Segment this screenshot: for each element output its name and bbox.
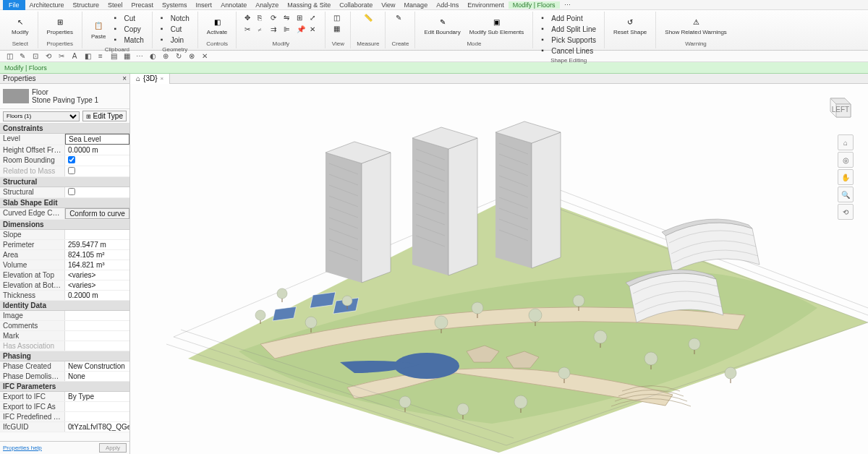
props-value[interactable]: Sea Level: [65, 134, 129, 145]
props-section-slab-shape-edit[interactable]: Slab Shape Edit: [0, 198, 129, 208]
cut-geo-button[interactable]: ▪Cut: [158, 24, 192, 34]
paste-tool[interactable]: 📋Paste: [88, 17, 109, 41]
qat-btn[interactable]: ◐: [148, 51, 158, 61]
menu-steel[interactable]: Steel: [103, 1, 127, 9]
qat-btn[interactable]: ▤: [109, 51, 119, 61]
qat-btn[interactable]: ✂: [56, 51, 67, 61]
menu-insert[interactable]: Insert: [192, 1, 217, 9]
props-value[interactable]: [65, 321, 129, 330]
scale-button[interactable]: ⤢: [307, 13, 319, 23]
props-value[interactable]: 824.105 m²: [65, 250, 129, 260]
props-value[interactable]: [65, 412, 129, 421]
props-value[interactable]: [65, 166, 129, 176]
menu-architecture[interactable]: Architecture: [25, 1, 69, 9]
props-value[interactable]: [65, 230, 129, 239]
props-checkbox[interactable]: [68, 188, 75, 195]
cancel-lines-button[interactable]: ▪Cancel Lines: [539, 46, 598, 56]
view2-button[interactable]: ▦: [331, 24, 344, 34]
viewport-3d[interactable]: LEFT ⌂ ◎ ✋ 🔍 ⟲: [130, 84, 868, 454]
instance-selector[interactable]: Floors (1): [3, 111, 80, 121]
menu-more[interactable]: ⋯: [560, 1, 575, 9]
qat-btn[interactable]: ↻: [174, 51, 184, 61]
nav-home-icon[interactable]: ⌂: [838, 134, 854, 150]
props-value[interactable]: [65, 311, 129, 320]
notch-button[interactable]: ▪Notch: [158, 13, 192, 23]
props-section-constraints[interactable]: Constraints: [0, 124, 129, 134]
qat-btn[interactable]: ⋯: [135, 51, 145, 61]
props-value[interactable]: New Construction: [65, 361, 129, 371]
props-value[interactable]: [65, 402, 129, 411]
menu-systems[interactable]: Systems: [158, 1, 192, 9]
qat-btn[interactable]: ⊡: [30, 51, 41, 61]
create-button[interactable]: ✎: [393, 13, 407, 23]
qat-btn[interactable]: ▦: [122, 51, 132, 61]
menu-manage[interactable]: Manage: [400, 1, 433, 9]
properties-help-link[interactable]: Properties help: [3, 445, 42, 451]
nav-orbit-icon[interactable]: ⟲: [838, 204, 854, 220]
add-point-button[interactable]: ▪Add Point: [539, 13, 598, 23]
menu-file[interactable]: File: [3, 0, 25, 10]
props-value[interactable]: By Type: [65, 392, 129, 401]
props-section-structural[interactable]: Structural: [0, 177, 129, 187]
props-value[interactable]: [65, 331, 129, 340]
pin-button[interactable]: 📌: [294, 25, 306, 35]
props-checkbox[interactable]: [68, 156, 75, 163]
props-value[interactable]: [65, 155, 129, 166]
menu-collaborate[interactable]: Collaborate: [335, 1, 377, 9]
cut-button[interactable]: ▪Cut: [112, 13, 146, 23]
menu-modify-floors[interactable]: Modify | Floors: [509, 1, 560, 9]
menu-addins[interactable]: Add-Ins: [432, 1, 463, 9]
view-tab-3d[interactable]: ⌂ {3D} ×: [130, 74, 170, 84]
props-value[interactable]: <varies>: [65, 270, 129, 280]
props-value[interactable]: None: [65, 372, 129, 381]
array-button[interactable]: ⊞: [294, 13, 306, 23]
reset-shape[interactable]: ↺Reset Shape: [610, 13, 650, 37]
props-checkbox[interactable]: [68, 167, 75, 174]
properties-close-icon[interactable]: ×: [122, 74, 127, 82]
menu-view[interactable]: View: [377, 1, 399, 9]
props-value[interactable]: [65, 341, 129, 351]
apply-button[interactable]: Apply: [99, 443, 127, 453]
align-button[interactable]: ⊫: [281, 25, 293, 35]
qat-btn[interactable]: ◫: [4, 51, 14, 61]
props-value[interactable]: 0.0000 m: [65, 145, 129, 155]
modify-sub[interactable]: ▣Modify Sub Elements: [467, 13, 527, 37]
props-value[interactable]: 0tYzaLfvlT8Q_QGeQlQ...: [65, 422, 129, 432]
qat-btn[interactable]: ≡: [95, 51, 106, 61]
measure-button[interactable]: 📏: [362, 13, 375, 23]
nav-wheel-icon[interactable]: ◎: [838, 152, 854, 168]
props-value[interactable]: 259.5477 m: [65, 240, 129, 249]
menu-analyze[interactable]: Analyze: [251, 1, 283, 9]
tab-close-icon[interactable]: ×: [161, 74, 164, 84]
match-button[interactable]: ▪Match: [112, 35, 146, 45]
qat-btn[interactable]: A: [69, 51, 80, 61]
qat-btn[interactable]: ⊗: [187, 51, 197, 61]
type-selector[interactable]: Floor Stone Paving Type 1: [0, 84, 129, 109]
show-warnings[interactable]: ⚠Show Related Warnings: [662, 13, 730, 37]
view-cube[interactable]: LEFT: [822, 91, 854, 123]
menu-massing[interactable]: Massing & Site: [283, 1, 335, 9]
props-section-dimensions[interactable]: Dimensions: [0, 220, 129, 230]
offset-button[interactable]: ⇉: [268, 25, 280, 35]
props-value[interactable]: Conform to curve: [65, 208, 129, 219]
menu-structure[interactable]: Structure: [69, 1, 104, 9]
nav-pan-icon[interactable]: ✋: [838, 169, 854, 185]
props-section-ifc-parameters[interactable]: IFC Parameters: [0, 382, 129, 392]
split-button[interactable]: ⌿: [255, 25, 267, 35]
delete-button[interactable]: ✕: [307, 25, 319, 35]
copy-m-button[interactable]: ⎘: [255, 13, 267, 23]
modify-tool[interactable]: ↖Modify: [9, 13, 32, 37]
nav-zoom-icon[interactable]: 🔍: [838, 187, 854, 202]
properties-tool[interactable]: ⊞Properties: [44, 13, 76, 37]
join-button[interactable]: ▪Join: [158, 35, 192, 45]
edit-boundary[interactable]: ✎Edit Boundary: [421, 13, 463, 37]
trim-button[interactable]: ✂: [242, 25, 254, 35]
qat-btn[interactable]: ⟲: [43, 51, 54, 61]
menu-precast[interactable]: Precast: [127, 1, 158, 9]
props-value[interactable]: 164.821 m³: [65, 260, 129, 270]
mirror-button[interactable]: ⇋: [281, 13, 293, 23]
props-value[interactable]: [65, 187, 129, 197]
qat-btn[interactable]: ✕: [200, 51, 210, 61]
menu-environment[interactable]: Environment: [463, 1, 509, 9]
qat-btn[interactable]: ✎: [17, 51, 27, 61]
